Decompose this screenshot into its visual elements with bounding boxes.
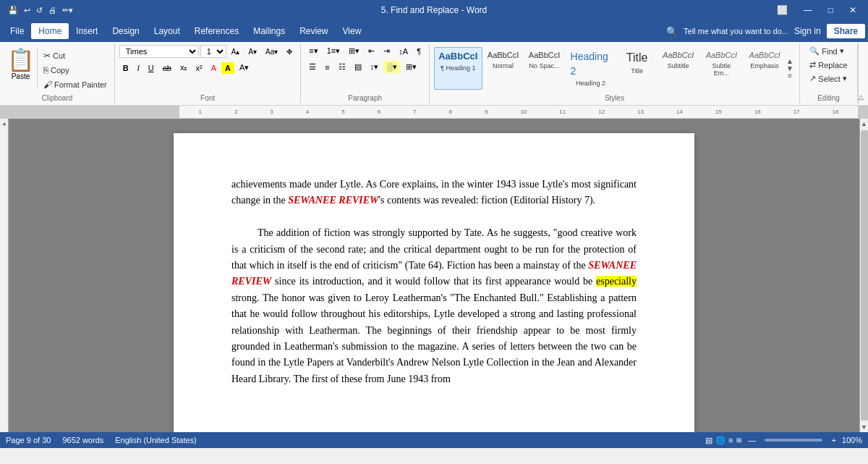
close-btn[interactable]: ✕: [843, 4, 862, 17]
select-btn[interactable]: ↗ Select ▾: [807, 72, 850, 85]
style-heading1[interactable]: AaBbCcI ¶ Heading 1: [434, 47, 482, 89]
text-color-btn[interactable]: A▾: [236, 62, 252, 74]
style-heading2-preview: Heading 2: [571, 50, 611, 78]
menu-mailings[interactable]: Mailings: [246, 23, 292, 39]
cut-label: Cut: [53, 51, 65, 60]
menu-bar: File Home Insert Design Layout Reference…: [0, 20, 868, 42]
align-left-btn[interactable]: ☰: [305, 61, 320, 73]
format-painter-icon: 🖌: [43, 80, 52, 90]
scroll-up-btn[interactable]: ▲: [859, 119, 868, 129]
font-color-btn[interactable]: A: [208, 62, 220, 74]
title-bar: 💾 ↩ ↺ 🖨 ✏▾ 5. Find and Replace - Word ⬜ …: [0, 0, 868, 20]
font-group-label: Font: [115, 94, 301, 102]
justify-btn[interactable]: ▤: [351, 61, 365, 73]
zoom-out-btn[interactable]: —: [748, 436, 756, 444]
scroll-down-btn[interactable]: ▼: [859, 422, 868, 432]
style-nospace[interactable]: AaBbCcI No Spac...: [524, 47, 565, 89]
style-subtitle-label: Subtitle: [668, 62, 689, 69]
paste-btn[interactable]: 📋 Paste: [4, 48, 38, 89]
paste-label: Paste: [12, 72, 30, 80]
replace-btn[interactable]: ⇄ Replace: [807, 59, 850, 71]
style-title[interactable]: Title Title: [617, 47, 658, 89]
web-layout-btn[interactable]: 🌐: [715, 436, 726, 445]
draft-btn[interactable]: ≋: [736, 436, 742, 445]
styles-scroll-down[interactable]: ▼: [786, 65, 793, 72]
paste-icon: 📋: [7, 49, 34, 71]
clear-formatting-btn[interactable]: ✥: [283, 46, 296, 57]
cut-btn[interactable]: ✂ Cut: [41, 49, 110, 62]
font-size-select[interactable]: 12: [200, 45, 226, 58]
style-heading1-preview: AaBbCcI: [438, 50, 477, 63]
superscript-btn[interactable]: x²: [192, 62, 205, 74]
font-name-select[interactable]: Times: [119, 45, 199, 58]
save-icon[interactable]: 💾: [6, 4, 20, 17]
scroll-thumb[interactable]: [861, 130, 868, 421]
strikethrough-btn[interactable]: ab: [159, 62, 175, 74]
menu-layout[interactable]: Layout: [147, 23, 187, 39]
restore-icon[interactable]: ⬜: [771, 4, 793, 17]
editing-group: 🔍 Find ▾ ⇄ Replace ↗ Select ▾ Editing: [800, 43, 858, 104]
print-icon[interactable]: 🖨: [46, 4, 59, 16]
styles-expand[interactable]: ≡: [786, 72, 793, 80]
paragraph-group: ≡▾ 1≡▾ ⊞▾ ⇤ ⇥ ↕A ¶ ☰ ≡ ☷ ▤ ↕▾ ░▾ ⊞▾ Para…: [301, 43, 430, 104]
decrease-indent-btn[interactable]: ⇤: [365, 45, 378, 57]
customize-icon[interactable]: ✏▾: [60, 4, 75, 17]
multilevel-btn[interactable]: ⊞▾: [345, 45, 363, 57]
redo-icon[interactable]: ↺: [34, 4, 45, 17]
zoom-in-btn[interactable]: +: [831, 436, 835, 444]
italic-btn[interactable]: I: [134, 62, 143, 74]
sign-in-btn[interactable]: Sign in: [794, 26, 821, 36]
menu-insert[interactable]: Insert: [69, 23, 105, 39]
align-center-btn[interactable]: ≡: [321, 62, 333, 73]
print-layout-btn[interactable]: ▤: [705, 436, 712, 445]
clipboard-sub-group: ✂ Cut ⎘ Copy 🖌 Format Painter: [41, 46, 110, 91]
menu-design[interactable]: Design: [105, 23, 146, 39]
zoom-slider[interactable]: [765, 439, 822, 442]
line-spacing-btn[interactable]: ↕▾: [367, 61, 383, 73]
show-marks-btn[interactable]: ¶: [413, 46, 425, 57]
increase-indent-btn[interactable]: ⇥: [380, 45, 393, 57]
find-btn[interactable]: 🔍 Find ▾: [807, 45, 846, 57]
left-margin-btn[interactable]: ◂: [0, 120, 8, 127]
window-controls: ⬜ — □ ✕: [771, 4, 862, 17]
change-case-btn[interactable]: Aa▾: [262, 46, 281, 57]
style-emphasis[interactable]: AaBbCcI Emphasis: [744, 47, 785, 89]
maximize-btn[interactable]: □: [822, 4, 839, 17]
search-field[interactable]: Tell me what you want to do...: [684, 27, 788, 35]
clipboard-group-label: Clipboard: [0, 94, 114, 102]
menu-review[interactable]: Review: [292, 23, 335, 39]
menu-home[interactable]: Home: [31, 23, 69, 39]
outline-btn[interactable]: ≡: [728, 436, 733, 445]
styles-scroll-up[interactable]: ▲: [786, 58, 793, 65]
borders-btn[interactable]: ⊞▾: [402, 61, 420, 73]
undo-icon[interactable]: ↩: [22, 4, 33, 17]
sort-btn[interactable]: ↕A: [395, 46, 412, 57]
style-heading2[interactable]: Heading 2 Heading 2: [566, 47, 616, 89]
highlight-btn[interactable]: A: [221, 62, 234, 74]
ribbon-collapse-btn[interactable]: △: [858, 43, 868, 104]
format-painter-btn[interactable]: 🖌 Format Painter: [41, 78, 110, 91]
menu-file[interactable]: File: [3, 23, 31, 39]
bullets-btn[interactable]: ≡▾: [305, 45, 321, 57]
font-name-row: Times 12 A▴ A▾ Aa▾ ✥: [119, 45, 297, 58]
style-subtitle[interactable]: AaBbCcI Subtitle: [658, 47, 699, 89]
style-normal[interactable]: AaBbCcI Normal: [483, 47, 524, 89]
shading-btn[interactable]: ░▾: [383, 61, 401, 73]
copy-btn[interactable]: ⎘ Copy: [41, 64, 110, 77]
decrease-font-btn[interactable]: A▾: [244, 46, 260, 57]
find-label: Find: [822, 47, 837, 56]
underline-btn[interactable]: U: [145, 62, 158, 74]
window-title: 5. Find and Replace - Word: [381, 5, 488, 15]
align-right-btn[interactable]: ☷: [335, 61, 349, 73]
numbering-btn[interactable]: 1≡▾: [323, 45, 344, 57]
menu-view[interactable]: View: [336, 23, 369, 39]
minimize-btn[interactable]: —: [798, 4, 818, 17]
document-scroll[interactable]: achievements made under Lytle. As Core e…: [9, 119, 859, 432]
share-btn[interactable]: Share: [827, 24, 865, 38]
menu-references[interactable]: References: [187, 23, 246, 39]
increase-font-btn[interactable]: A▴: [228, 46, 244, 57]
style-subtle-em[interactable]: AaBbCcI Subtle Em...: [699, 47, 744, 89]
bold-btn[interactable]: B: [119, 62, 132, 74]
search-icon: 🔍: [666, 26, 678, 37]
subscript-btn[interactable]: x₂: [176, 62, 191, 74]
